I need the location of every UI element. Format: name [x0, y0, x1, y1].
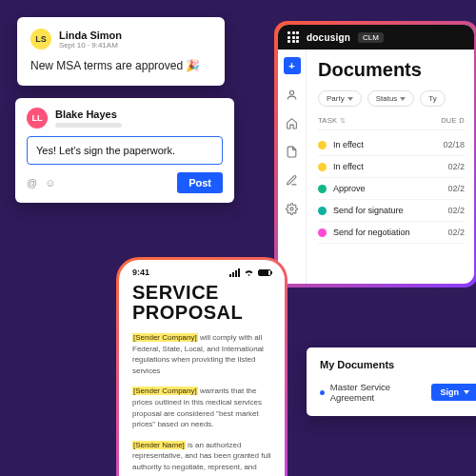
wifi-icon — [244, 268, 254, 276]
rail-user-icon[interactable] — [284, 86, 301, 103]
my-documents-card: My Documents Master Service Agreement Si… — [307, 347, 476, 416]
due-date: 02/2 — [447, 228, 465, 237]
status-dot — [318, 207, 327, 215]
filter-party[interactable]: Party — [318, 90, 362, 107]
phone-frame: 9:41 SERVICEPROPOSAL [Sender Company] wi… — [116, 257, 288, 476]
brand-name: docusign — [307, 32, 350, 43]
due-date: 02/18 — [443, 140, 465, 149]
mention-icon[interactable]: @ — [27, 177, 37, 188]
status-dot — [318, 185, 327, 193]
doc-title: SERVICEPROPOSAL — [132, 283, 271, 323]
phone-time: 9:41 — [132, 268, 149, 277]
battery-icon — [258, 269, 271, 276]
app-window-frame: docusign CLM + Documents Party Status Ty — [274, 21, 476, 288]
doc-name[interactable]: Master Service Agreement — [330, 382, 431, 403]
page-title: Documents — [318, 59, 465, 81]
status-dot — [318, 163, 327, 171]
col-due[interactable]: DUE D — [441, 116, 465, 125]
product-badge: CLM — [358, 32, 384, 43]
task-label: Send for negotiation — [333, 228, 410, 237]
chevron-down-icon — [464, 390, 469, 394]
task-label: In effect — [333, 140, 364, 149]
new-button[interactable]: + — [284, 57, 301, 74]
table-row[interactable]: Send for negotiation02/2 — [318, 222, 465, 244]
status-dot — [318, 228, 327, 237]
avatar: LS — [30, 29, 51, 50]
post-button[interactable]: Post — [177, 172, 223, 193]
table-row[interactable]: Send for signature02/2 — [318, 200, 465, 222]
emoji-icon[interactable]: ☺ — [45, 177, 55, 188]
rail-edit-icon[interactable] — [284, 171, 301, 188]
task-label: In effect — [333, 162, 364, 171]
avatar: LL — [27, 108, 48, 129]
table-row[interactable]: In effect02/18 — [318, 134, 465, 156]
sign-button[interactable]: Sign — [431, 384, 477, 401]
app-grid-icon[interactable] — [288, 31, 299, 43]
doc-paragraph: [Sender Company] will comply with all Fe… — [132, 332, 271, 376]
rail-home-icon[interactable] — [284, 114, 301, 131]
timestamp: Sept 10 · 9:41AM — [59, 41, 122, 50]
table-row[interactable]: Approve02/2 — [318, 178, 465, 200]
svg-point-1 — [290, 207, 293, 209]
due-date: 02/2 — [447, 206, 465, 215]
side-rail: + — [278, 50, 307, 284]
compose-input[interactable]: Yes! Let's sign the paperwork. — [27, 136, 223, 165]
svg-point-0 — [289, 90, 293, 94]
table-row[interactable]: In effect02/2 — [318, 156, 465, 178]
due-date: 02/2 — [447, 184, 465, 193]
mydocs-heading: My Documents — [320, 359, 476, 370]
compose-card-blake: LL Blake Hayes Yes! Let's sign the paper… — [15, 98, 234, 203]
status-dot — [318, 141, 327, 149]
message-text: New MSA terms are approved 🎉 — [30, 59, 211, 72]
signal-icon — [229, 268, 240, 277]
app-titlebar: docusign CLM — [278, 25, 474, 50]
placeholder-line — [55, 123, 122, 128]
task-label: Send for signature — [333, 206, 404, 215]
filter-status[interactable]: Status — [367, 90, 415, 107]
author-name: Blake Hayes — [55, 109, 122, 120]
status-dot — [320, 390, 325, 395]
doc-paragraph: [Sender Company] warrants that the price… — [132, 386, 271, 429]
filter-type[interactable]: Ty — [420, 90, 445, 107]
doc-paragraph: [Sender Name] is an authorized represent… — [132, 440, 271, 476]
col-task[interactable]: TASK ⇅ — [318, 116, 347, 125]
author-name: Linda Simon — [59, 30, 122, 41]
message-card-linda: LS Linda Simon Sept 10 · 9:41AM New MSA … — [17, 17, 225, 86]
rail-settings-icon[interactable] — [284, 200, 301, 217]
task-label: Approve — [333, 184, 366, 193]
rail-doc-icon[interactable] — [284, 143, 301, 160]
due-date: 02/2 — [447, 162, 465, 171]
